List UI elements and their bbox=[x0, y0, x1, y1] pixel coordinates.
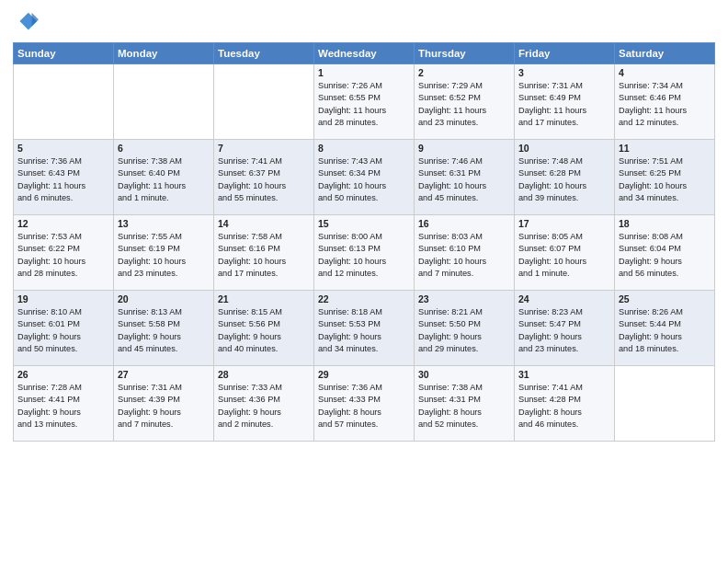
calendar-cell: 23Sunrise: 8:21 AM Sunset: 5:50 PM Dayli… bbox=[415, 291, 515, 366]
cell-info: Sunrise: 7:43 AM Sunset: 6:34 PM Dayligh… bbox=[318, 155, 410, 204]
day-number: 30 bbox=[418, 369, 510, 380]
cell-info: Sunrise: 8:03 AM Sunset: 6:10 PM Dayligh… bbox=[418, 231, 510, 280]
cell-info: Sunrise: 7:58 AM Sunset: 6:16 PM Dayligh… bbox=[218, 231, 310, 280]
calendar-cell: 11Sunrise: 7:51 AM Sunset: 6:25 PM Dayli… bbox=[615, 140, 715, 215]
calendar-cell: 10Sunrise: 7:48 AM Sunset: 6:28 PM Dayli… bbox=[515, 140, 615, 215]
cell-info: Sunrise: 7:36 AM Sunset: 6:43 PM Dayligh… bbox=[17, 155, 109, 204]
calendar-header-row: SundayMondayTuesdayWednesdayThursdayFrid… bbox=[14, 43, 715, 64]
calendar-week-4: 19Sunrise: 8:10 AM Sunset: 6:01 PM Dayli… bbox=[14, 291, 715, 366]
day-number: 10 bbox=[518, 143, 610, 154]
day-number: 21 bbox=[218, 293, 310, 304]
cell-info: Sunrise: 7:53 AM Sunset: 6:22 PM Dayligh… bbox=[17, 231, 109, 280]
day-number: 17 bbox=[518, 218, 610, 229]
day-number: 6 bbox=[118, 143, 210, 154]
day-number: 28 bbox=[218, 369, 310, 380]
cell-info: Sunrise: 7:36 AM Sunset: 4:33 PM Dayligh… bbox=[318, 382, 410, 431]
calendar-cell: 18Sunrise: 8:08 AM Sunset: 6:04 PM Dayli… bbox=[615, 215, 715, 291]
cell-info: Sunrise: 8:26 AM Sunset: 5:44 PM Dayligh… bbox=[619, 306, 711, 355]
cell-info: Sunrise: 7:38 AM Sunset: 4:31 PM Dayligh… bbox=[418, 382, 510, 431]
day-number: 25 bbox=[619, 293, 711, 304]
cell-info: Sunrise: 7:31 AM Sunset: 4:39 PM Dayligh… bbox=[118, 382, 210, 431]
calendar-cell: 12Sunrise: 7:53 AM Sunset: 6:22 PM Dayli… bbox=[14, 215, 114, 291]
logo bbox=[13, 9, 42, 35]
calendar-cell: 26Sunrise: 7:28 AM Sunset: 4:41 PM Dayli… bbox=[14, 366, 114, 442]
header-day-friday: Friday bbox=[515, 43, 615, 64]
cell-info: Sunrise: 7:46 AM Sunset: 6:31 PM Dayligh… bbox=[418, 155, 510, 204]
header-day-monday: Monday bbox=[114, 43, 214, 64]
calendar-week-2: 5Sunrise: 7:36 AM Sunset: 6:43 PM Daylig… bbox=[14, 140, 715, 215]
calendar-cell: 2Sunrise: 7:29 AM Sunset: 6:52 PM Daylig… bbox=[415, 64, 515, 140]
calendar-cell: 27Sunrise: 7:31 AM Sunset: 4:39 PM Dayli… bbox=[114, 366, 214, 442]
calendar-cell: 30Sunrise: 7:38 AM Sunset: 4:31 PM Dayli… bbox=[415, 366, 515, 442]
cell-info: Sunrise: 7:33 AM Sunset: 4:36 PM Dayligh… bbox=[218, 382, 310, 431]
calendar-cell: 29Sunrise: 7:36 AM Sunset: 4:33 PM Dayli… bbox=[314, 366, 415, 442]
header-day-sunday: Sunday bbox=[14, 43, 114, 64]
calendar-week-5: 26Sunrise: 7:28 AM Sunset: 4:41 PM Dayli… bbox=[14, 366, 715, 442]
header bbox=[13, 9, 715, 35]
cell-info: Sunrise: 7:55 AM Sunset: 6:19 PM Dayligh… bbox=[118, 231, 210, 280]
calendar-cell bbox=[14, 64, 114, 140]
cell-info: Sunrise: 8:23 AM Sunset: 5:47 PM Dayligh… bbox=[518, 306, 610, 355]
calendar-cell bbox=[114, 64, 214, 140]
day-number: 19 bbox=[17, 293, 109, 304]
day-number: 15 bbox=[318, 218, 410, 229]
header-day-saturday: Saturday bbox=[615, 43, 715, 64]
cell-info: Sunrise: 8:21 AM Sunset: 5:50 PM Dayligh… bbox=[418, 306, 510, 355]
calendar-cell: 21Sunrise: 8:15 AM Sunset: 5:56 PM Dayli… bbox=[214, 291, 314, 366]
day-number: 8 bbox=[318, 143, 410, 154]
calendar-cell: 3Sunrise: 7:31 AM Sunset: 6:49 PM Daylig… bbox=[515, 64, 615, 140]
calendar-cell: 31Sunrise: 7:41 AM Sunset: 4:28 PM Dayli… bbox=[515, 366, 615, 442]
day-number: 12 bbox=[17, 218, 109, 229]
calendar-cell: 24Sunrise: 8:23 AM Sunset: 5:47 PM Dayli… bbox=[515, 291, 615, 366]
calendar-cell: 14Sunrise: 7:58 AM Sunset: 6:16 PM Dayli… bbox=[214, 215, 314, 291]
cell-info: Sunrise: 8:13 AM Sunset: 5:58 PM Dayligh… bbox=[118, 306, 210, 355]
day-number: 13 bbox=[118, 218, 210, 229]
day-number: 20 bbox=[118, 293, 210, 304]
day-number: 7 bbox=[218, 143, 310, 154]
day-number: 24 bbox=[518, 293, 610, 304]
cell-info: Sunrise: 8:05 AM Sunset: 6:07 PM Dayligh… bbox=[518, 231, 610, 280]
calendar-cell: 16Sunrise: 8:03 AM Sunset: 6:10 PM Dayli… bbox=[415, 215, 515, 291]
header-day-tuesday: Tuesday bbox=[214, 43, 314, 64]
calendar-week-1: 1Sunrise: 7:26 AM Sunset: 6:55 PM Daylig… bbox=[14, 64, 715, 140]
day-number: 18 bbox=[619, 218, 711, 229]
calendar-cell: 7Sunrise: 7:41 AM Sunset: 6:37 PM Daylig… bbox=[214, 140, 314, 215]
calendar-cell: 15Sunrise: 8:00 AM Sunset: 6:13 PM Dayli… bbox=[314, 215, 415, 291]
day-number: 26 bbox=[17, 369, 109, 380]
day-number: 4 bbox=[619, 67, 711, 78]
cell-info: Sunrise: 8:10 AM Sunset: 6:01 PM Dayligh… bbox=[17, 306, 109, 355]
svg-marker-1 bbox=[32, 13, 39, 27]
cell-info: Sunrise: 7:31 AM Sunset: 6:49 PM Dayligh… bbox=[518, 80, 610, 129]
calendar-cell: 28Sunrise: 7:33 AM Sunset: 4:36 PM Dayli… bbox=[214, 366, 314, 442]
calendar-cell: 6Sunrise: 7:38 AM Sunset: 6:40 PM Daylig… bbox=[114, 140, 214, 215]
day-number: 5 bbox=[17, 143, 109, 154]
calendar-week-3: 12Sunrise: 7:53 AM Sunset: 6:22 PM Dayli… bbox=[14, 215, 715, 291]
cell-info: Sunrise: 7:38 AM Sunset: 6:40 PM Dayligh… bbox=[118, 155, 210, 204]
day-number: 27 bbox=[118, 369, 210, 380]
calendar-cell: 5Sunrise: 7:36 AM Sunset: 6:43 PM Daylig… bbox=[14, 140, 114, 215]
cell-info: Sunrise: 7:28 AM Sunset: 4:41 PM Dayligh… bbox=[17, 382, 109, 431]
calendar-cell: 17Sunrise: 8:05 AM Sunset: 6:07 PM Dayli… bbox=[515, 215, 615, 291]
cell-info: Sunrise: 7:41 AM Sunset: 4:28 PM Dayligh… bbox=[518, 382, 610, 431]
calendar-cell: 19Sunrise: 8:10 AM Sunset: 6:01 PM Dayli… bbox=[14, 291, 114, 366]
calendar-cell: 20Sunrise: 8:13 AM Sunset: 5:58 PM Dayli… bbox=[114, 291, 214, 366]
cell-info: Sunrise: 7:48 AM Sunset: 6:28 PM Dayligh… bbox=[518, 155, 610, 204]
header-day-wednesday: Wednesday bbox=[314, 43, 415, 64]
cell-info: Sunrise: 7:41 AM Sunset: 6:37 PM Dayligh… bbox=[218, 155, 310, 204]
day-number: 2 bbox=[418, 67, 510, 78]
day-number: 3 bbox=[518, 67, 610, 78]
calendar-cell: 8Sunrise: 7:43 AM Sunset: 6:34 PM Daylig… bbox=[314, 140, 415, 215]
calendar-cell: 25Sunrise: 8:26 AM Sunset: 5:44 PM Dayli… bbox=[615, 291, 715, 366]
day-number: 11 bbox=[619, 143, 711, 154]
day-number: 31 bbox=[518, 369, 610, 380]
logo-icon bbox=[13, 9, 39, 35]
calendar-cell bbox=[615, 366, 715, 442]
calendar-cell: 22Sunrise: 8:18 AM Sunset: 5:53 PM Dayli… bbox=[314, 291, 415, 366]
calendar-cell: 1Sunrise: 7:26 AM Sunset: 6:55 PM Daylig… bbox=[314, 64, 415, 140]
calendar-table: SundayMondayTuesdayWednesdayThursdayFrid… bbox=[13, 42, 715, 442]
calendar-cell bbox=[214, 64, 314, 140]
header-day-thursday: Thursday bbox=[415, 43, 515, 64]
calendar-cell: 13Sunrise: 7:55 AM Sunset: 6:19 PM Dayli… bbox=[114, 215, 214, 291]
cell-info: Sunrise: 7:34 AM Sunset: 6:46 PM Dayligh… bbox=[619, 80, 711, 129]
cell-info: Sunrise: 7:29 AM Sunset: 6:52 PM Dayligh… bbox=[418, 80, 510, 129]
